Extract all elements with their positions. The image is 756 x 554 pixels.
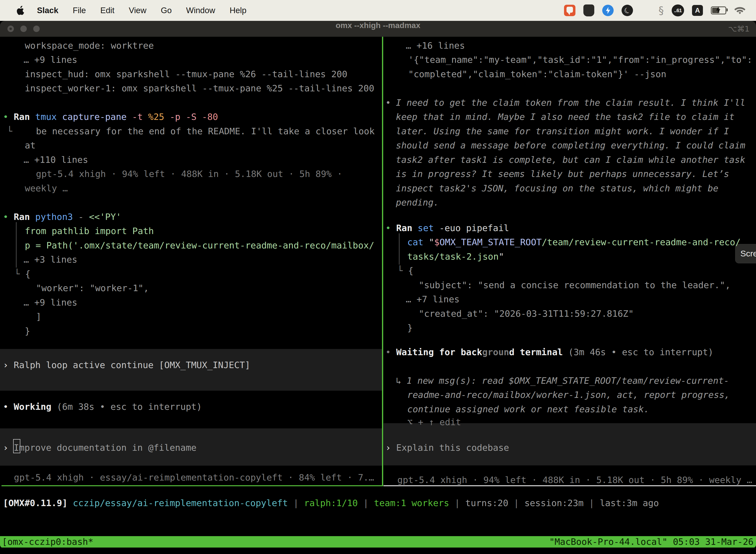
menu-status-icons: ☾ § ..61 A [564,4,756,17]
squiggle-icon[interactable]: § [658,4,664,17]
wifi-icon[interactable] [734,6,746,15]
input-source-icon[interactable]: A [692,5,703,16]
blue-bolt-badge-icon[interactable] [602,5,614,16]
menu-item-go[interactable]: Go [153,6,179,15]
window-title: omx --xhigh --madmax [0,21,756,37]
menu-item-edit[interactable]: Edit [93,6,122,15]
dots-grid-icon[interactable] [641,6,650,15]
menu-left: Slack File Edit View Go Window Help [0,6,254,15]
tmux-session-label[interactable]: [omx-cczip0:bash* [2,536,93,548]
chat-app-icon[interactable] [564,5,575,16]
menu-item-file[interactable]: File [65,6,93,15]
menu-item-view[interactable]: View [122,6,153,15]
keyboard-grid-icon[interactable] [583,4,594,16]
terminal-window: omx --xhigh --madmax ⌥⌘1 [omx-cczip0:bas… [0,21,756,548]
menu-item-help[interactable]: Help [223,6,254,15]
battery-icon[interactable] [711,6,726,14]
crescent-app-icon[interactable]: ☾ [620,3,635,18]
apple-menu-icon[interactable] [17,6,25,15]
tmux-host-clock: "MacBook-Pro-44.local" 05:03 31-Mar-26 [549,536,754,548]
window-shortcut-badge: ⌥⌘1 [728,21,750,37]
menu-item-window[interactable]: Window [179,6,222,15]
count-badge-icon[interactable]: ..61 [672,4,684,16]
screen: Slack File Edit View Go Window Help ☾ § … [0,0,756,554]
tmux-status-bar: [omx-cczip0:bash* "MacBook-Pro-44.local"… [0,536,756,548]
menu-item-slack[interactable]: Slack [30,6,65,15]
window-title-bar[interactable]: omx --xhigh --madmax ⌥⌘1 [0,21,756,37]
macos-menu-bar: Slack File Edit View Go Window Help ☾ § … [0,0,756,21]
